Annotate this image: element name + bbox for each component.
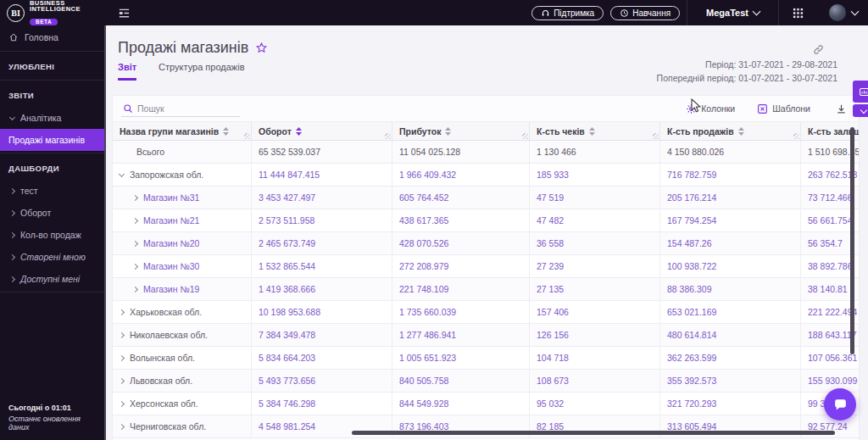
sidebar-item-available-to-me[interactable]: Доступні мені [0, 268, 104, 290]
value-cell: 362 263.599 [660, 347, 801, 369]
sidebar-item-store-sales[interactable]: Продажі магазинів [0, 129, 104, 151]
sidebar-item-dashboard[interactable]: тест [0, 180, 104, 202]
chevron-right-icon[interactable] [119, 377, 125, 383]
tab-report[interactable]: Звіт [118, 62, 136, 81]
column-header-profit[interactable]: Прибуток [392, 122, 530, 140]
row-name-cell[interactable]: Магазин №20 [113, 232, 252, 254]
chevron-right-icon[interactable] [132, 240, 138, 246]
chevron-right-icon[interactable] [119, 309, 125, 315]
value-cell: 10 198 953.688 [252, 301, 392, 323]
row-name-cell[interactable]: Магазин №30 [113, 255, 252, 277]
column-header-turnover[interactable]: Оборот [252, 122, 392, 140]
chevron-right-icon [9, 231, 15, 237]
sidebar-item-label: тест [20, 186, 38, 196]
training-button[interactable]: Навчання [610, 6, 680, 20]
row-name-cell[interactable]: Харьковская обл. [113, 301, 252, 323]
tab-sales-structure[interactable]: Структура продажів [159, 62, 244, 81]
sidebar: Головна УЛЮБЛЕНІ ЗВІТИ Аналітика Продажі… [0, 25, 106, 440]
last-update-caption: Останнє оновлення даних [8, 415, 96, 432]
table-row[interactable]: Волынская обл.5 834 664.2031 005 651.923… [113, 347, 859, 370]
table-row[interactable]: Харьковская обл.10 198 953.6881 735 660.… [113, 301, 859, 324]
apps-grid-button[interactable] [779, 8, 817, 19]
chevron-down-icon[interactable] [119, 170, 125, 176]
user-menu[interactable] [817, 4, 868, 21]
row-name-cell[interactable]: Николаевская обл. [113, 324, 252, 346]
sort-icon[interactable] [223, 127, 229, 136]
app-logo[interactable]: BI BUSINESS INTELLIGENCE BETA [0, 0, 106, 25]
column-header-group-name[interactable]: Назва групи магазинів [113, 122, 252, 140]
sidebar-item-created-by-me[interactable]: Створені мною [0, 246, 104, 268]
chevron-right-icon[interactable] [132, 263, 138, 269]
row-name-label: Николаевская обл. [130, 330, 208, 340]
sidebar-item-dashboard[interactable]: Кол-во продаж [0, 224, 104, 246]
column-resize-handle[interactable] [793, 133, 799, 139]
workspace-menu[interactable]: MegaTest [687, 8, 778, 18]
export-queue-button[interactable]: 2 [853, 81, 868, 103]
workspace-label: MegaTest [706, 8, 748, 18]
support-button[interactable]: Підтримка [531, 6, 604, 20]
value-cell: 65 352 539.037 [252, 141, 392, 163]
sort-icon[interactable] [445, 127, 451, 136]
table-row[interactable]: Всього65 352 539.03711 054 025.1281 130 … [113, 141, 859, 164]
download-button[interactable] [836, 103, 847, 114]
chat-widget-button[interactable] [824, 388, 856, 421]
column-header-receipts[interactable]: К-сть чеків [530, 122, 660, 140]
value-cell: 716 782.759 [660, 164, 801, 186]
chevron-right-icon[interactable] [119, 400, 125, 406]
sidebar-item-home[interactable]: Головна [0, 25, 104, 49]
value-cell: 1 130 466 [530, 141, 660, 163]
value-cell: 100 938.722 [660, 255, 801, 277]
vertical-scrollbar[interactable] [850, 127, 854, 354]
row-name-cell[interactable]: Магазин №31 [113, 187, 252, 209]
table-row[interactable]: Запорожская обл.11 444 847.4151 966 409.… [113, 164, 859, 187]
column-resize-handle[interactable] [653, 133, 659, 139]
chevron-right-icon[interactable] [119, 331, 125, 337]
table-row[interactable]: Магазин №191 419 368.666221 748.10927 13… [113, 278, 859, 301]
horizontal-scrollbar[interactable] [352, 431, 835, 435]
sort-icon[interactable] [589, 127, 595, 136]
table-row[interactable]: Николаевская обл.7 384 349.4781 277 486.… [113, 324, 859, 347]
table-row[interactable]: Херсонская обл.5 384 746.298844 549.9289… [113, 393, 859, 415]
search-field[interactable] [121, 101, 240, 117]
column-header-sales-count[interactable]: К-сть продажів [660, 122, 801, 140]
table-row[interactable]: Магазин №313 453 427.497605 764.45247 51… [113, 187, 859, 209]
row-name-label: Магазин №31 [143, 192, 199, 203]
sort-icon[interactable] [738, 127, 744, 136]
sort-icon-active[interactable] [296, 127, 302, 136]
row-name-cell[interactable]: Львовская обл. [113, 370, 252, 392]
row-name-cell[interactable]: Херсонская обл. [113, 393, 252, 415]
column-resize-handle[interactable] [385, 133, 391, 139]
sidebar-section-favorites: УЛЮБЛЕНІ [0, 53, 104, 78]
value-cell: 653 021.169 [660, 301, 801, 323]
sidebar-toggle-icon[interactable] [118, 7, 131, 19]
columns-label: Колонки [701, 103, 735, 114]
table-row[interactable]: Магазин №202 465 673.749428 070.52636 55… [113, 232, 859, 255]
favorite-star-icon[interactable] [255, 42, 268, 54]
row-name-cell[interactable]: Магазин №21 [113, 209, 252, 231]
chevron-right-icon[interactable] [132, 286, 138, 292]
row-name-cell[interactable]: Всього [113, 141, 252, 163]
table-row[interactable]: Львовская обл.5 493 773.656840 505.75810… [113, 370, 859, 393]
table-row[interactable]: Магазин №212 573 511.958438 617.36547 48… [113, 209, 859, 232]
row-name-cell[interactable]: Волынская обл. [113, 347, 252, 369]
row-name-label: Харьковская обл. [130, 307, 202, 317]
table-row[interactable]: Магазин №301 532 865.544272 208.97927 23… [113, 255, 859, 278]
row-name-cell[interactable]: Черниговская обл. [113, 415, 252, 437]
row-name-cell[interactable]: Магазин №19 [113, 278, 252, 300]
row-name-cell[interactable]: Запорожская обл. [113, 164, 252, 186]
last-update-time: Сьогодні о 01:01 [8, 404, 96, 412]
chevron-right-icon[interactable] [119, 423, 125, 429]
column-resize-handle[interactable] [522, 133, 528, 139]
row-name-label: Запорожская обл. [130, 170, 203, 180]
chevron-right-icon[interactable] [132, 217, 138, 223]
sidebar-item-dashboard[interactable]: Оборот [0, 202, 104, 224]
search-input[interactable] [137, 103, 237, 114]
columns-button[interactable]: Колонки [686, 103, 735, 114]
templates-button[interactable]: Шаблони [757, 103, 810, 114]
export-widget-collapse-button[interactable] [853, 104, 868, 117]
column-resize-handle[interactable] [244, 133, 250, 139]
chevron-right-icon[interactable] [132, 194, 138, 200]
sidebar-item-analytics[interactable]: Аналітика [0, 107, 104, 129]
chevron-right-icon[interactable] [119, 354, 125, 360]
clock-icon [620, 8, 629, 18]
